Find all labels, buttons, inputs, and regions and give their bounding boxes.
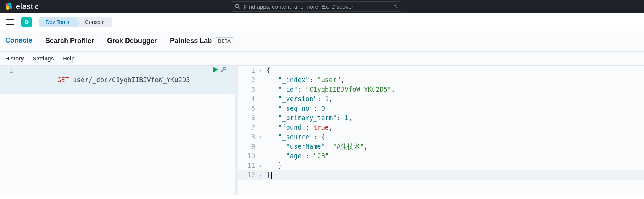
tab-console[interactable]: Console [5, 37, 32, 51]
fold-spacer [259, 75, 265, 85]
line-number: 9 [238, 142, 259, 151]
app-header: elastic ^/ [0, 0, 644, 13]
space-badge[interactable]: D [21, 17, 32, 27]
line-number: 3 [238, 85, 259, 94]
response-line[interactable]: 1▾{ [238, 66, 644, 75]
code-content: "_seq_no": 0, [265, 104, 329, 113]
svg-point-4 [235, 4, 239, 7]
code-content: } [265, 161, 282, 170]
breadcrumb-console[interactable]: Console [76, 17, 111, 27]
line-number: 6 [238, 113, 259, 123]
svg-point-1 [8, 3, 11, 6]
request-path: user/_doc/C1yqbIIBJVfoW_YKu2D5 [73, 76, 190, 84]
response-line[interactable]: 4 "_version": 1, [238, 94, 644, 104]
tabs-bar: ConsoleSearch ProfilerGrok DebuggerPainl… [0, 31, 644, 52]
tab-painless-lab[interactable]: Painless LabBETA [170, 37, 234, 51]
request-gutter: 1 [0, 66, 17, 94]
fold-spacer [259, 123, 265, 132]
response-line[interactable]: 8▾ "_source": { [238, 132, 644, 142]
fold-spacer [259, 151, 265, 161]
response-line[interactable]: 7 "found": true, [238, 123, 644, 132]
response-line[interactable]: 9 "userName": "A佳技术", [238, 142, 644, 151]
tab-label: Painless Lab [170, 37, 212, 45]
elastic-logo-icon [5, 2, 13, 11]
tab-search-profiler[interactable]: Search Profiler [45, 37, 94, 51]
response-line[interactable]: 10 "age": "28" [238, 151, 644, 161]
brand-text: elastic [16, 2, 39, 11]
svg-point-3 [9, 6, 12, 9]
line-number: 2 [238, 75, 259, 85]
tab-label: Grok Debugger [107, 37, 157, 45]
tab-grok-debugger[interactable]: Grok Debugger [107, 37, 157, 51]
code-content: "_primary_term": 1, [265, 113, 352, 123]
line-number: 8 [238, 132, 259, 142]
svg-marker-9 [213, 67, 218, 72]
tab-label: Search Profiler [45, 37, 94, 45]
fold-spacer [259, 142, 265, 151]
breadcrumb: Dev Tools Console [39, 17, 112, 27]
svg-point-2 [6, 6, 10, 10]
fold-spacer [259, 104, 265, 113]
nav-bar: D Dev Tools Console [0, 13, 644, 31]
sub-links: HistorySettingsHelp [0, 52, 644, 66]
search-kbd-hint: ^/ [394, 4, 398, 9]
line-number: 1 [238, 66, 259, 75]
code-content: { [265, 66, 270, 75]
code-content: "_index": "user", [265, 75, 344, 85]
fold-toggle-icon[interactable]: ▴ [259, 170, 265, 180]
request-method: GET [57, 76, 69, 84]
code-content: "_source": { [265, 132, 325, 142]
line-number: 5 [238, 104, 259, 113]
fold-spacer [259, 113, 265, 123]
line-number: 11 [238, 161, 259, 170]
fold-toggle-icon[interactable]: ▾ [259, 132, 265, 142]
svg-line-5 [239, 7, 240, 8]
global-search-input[interactable] [244, 3, 390, 10]
search-icon [235, 3, 240, 10]
breadcrumb-dev-tools[interactable]: Dev Tools [39, 17, 76, 27]
response-line[interactable]: 11▴ } [238, 161, 644, 170]
play-icon[interactable] [213, 67, 218, 73]
fold-toggle-icon[interactable]: ▴ [259, 161, 265, 170]
global-search[interactable]: ^/ [231, 1, 402, 12]
beta-badge: BETA [215, 37, 234, 45]
sublink-settings[interactable]: Settings [33, 56, 54, 62]
sublink-history[interactable]: History [5, 56, 24, 62]
hamburger-icon[interactable] [5, 17, 15, 27]
response-line[interactable]: 3 "_id": "C1yqbIIBJVfoW_YKu2D5", [238, 85, 644, 94]
response-line[interactable]: 12▴} [238, 170, 644, 180]
line-number: 10 [238, 151, 259, 161]
editor-split: 1 GET user/_doc/C1yqbIIBJVfoW_YKu2D5 1▾{… [0, 66, 644, 195]
fold-toggle-icon[interactable]: ▾ [259, 66, 265, 75]
response-pane[interactable]: 1▾{2 "_index": "user",3 "_id": "C1yqbIIB… [238, 66, 644, 195]
code-content: } [265, 170, 271, 180]
line-number: 7 [238, 123, 259, 132]
code-content: "found": true, [265, 123, 333, 132]
code-content: "age": "28" [265, 151, 329, 161]
code-content: "userName": "A佳技术", [265, 142, 368, 151]
code-content: "_version": 1, [265, 94, 333, 104]
brand[interactable]: elastic [5, 2, 39, 11]
code-content: "_id": "C1yqbIIBJVfoW_YKu2D5", [265, 85, 395, 94]
line-number: 4 [238, 94, 259, 104]
request-line[interactable]: 1 GET user/_doc/C1yqbIIBJVfoW_YKu2D5 [0, 66, 235, 94]
request-pane[interactable]: 1 GET user/_doc/C1yqbIIBJVfoW_YKu2D5 [0, 66, 238, 195]
request-actions [213, 67, 227, 74]
wrench-icon[interactable] [221, 67, 227, 74]
response-line[interactable]: 6 "_primary_term": 1, [238, 113, 644, 123]
sublink-help[interactable]: Help [63, 56, 74, 62]
tab-label: Console [5, 37, 32, 45]
line-number: 12 [238, 170, 259, 180]
response-line[interactable]: 2 "_index": "user", [238, 75, 644, 85]
response-line[interactable]: 5 "_seq_no": 0, [238, 104, 644, 113]
fold-spacer [259, 85, 265, 94]
fold-spacer [259, 94, 265, 104]
